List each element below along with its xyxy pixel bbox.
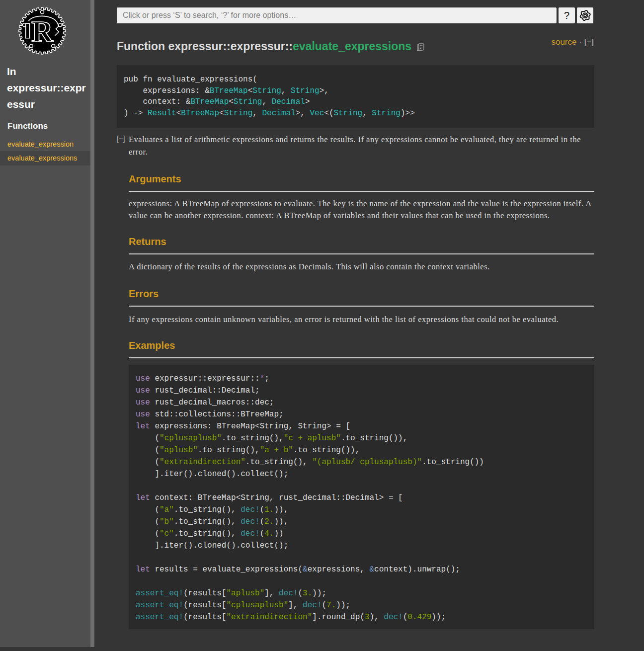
svg-text:R: R (31, 15, 54, 48)
